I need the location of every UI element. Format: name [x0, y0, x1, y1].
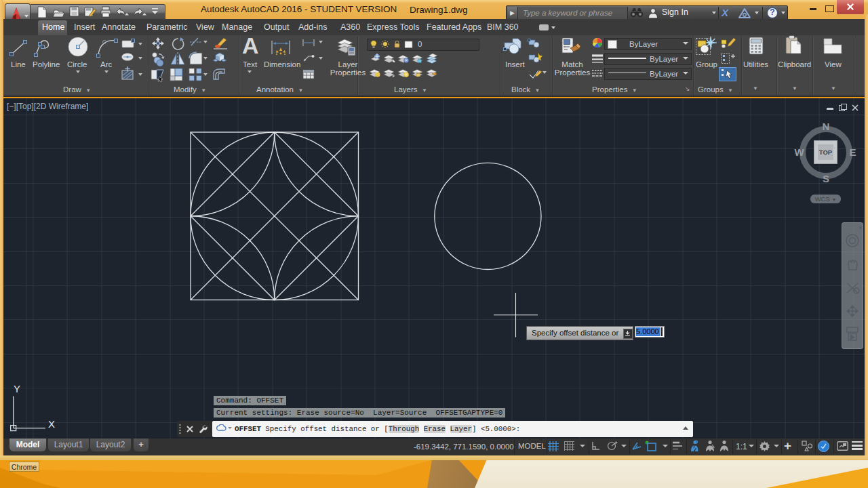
svg-text:X: X [48, 418, 55, 430]
svg-text:Y: Y [14, 383, 20, 394]
